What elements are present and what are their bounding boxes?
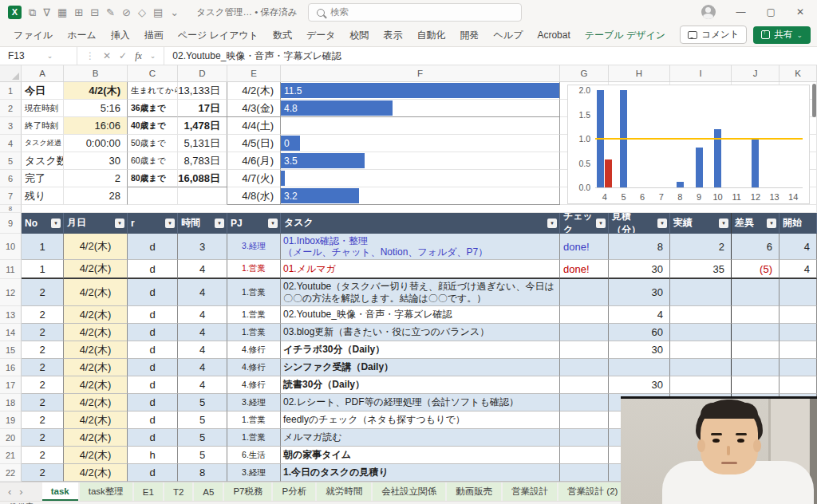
cell[interactable]: 8 — [609, 234, 670, 260]
table-header-3[interactable]: 時間▾ — [178, 213, 227, 234]
ribbon-tab-10[interactable]: 開発 — [453, 29, 487, 42]
table-header-4[interactable]: PJ▾ — [227, 213, 281, 234]
cell[interactable]: 2 — [22, 341, 64, 359]
cell[interactable]: 11.5 — [281, 82, 560, 100]
cell[interactable]: 4/2(木) — [64, 429, 128, 447]
cell[interactable]: 4/6(月) — [227, 152, 281, 170]
table-header-7[interactable]: 見積（分）▾ — [609, 213, 670, 234]
cell[interactable] — [178, 187, 227, 205]
comments-button[interactable]: コメント — [680, 26, 747, 44]
cell[interactable]: 16,088日 — [178, 170, 227, 187]
cell[interactable]: 終了時刻 — [22, 117, 64, 135]
filter-dropdown-icon[interactable]: ▾ — [547, 219, 557, 228]
sheet-tab-営業設計[interactable]: 営業設計 — [503, 482, 557, 501]
cell[interactable]: 4.修行 — [227, 376, 281, 394]
filter-dropdown-icon[interactable]: ▾ — [115, 219, 124, 228]
ribbon-tab-7[interactable]: 校閲 — [343, 29, 377, 42]
cell[interactable]: 4/2(木) — [64, 447, 128, 464]
cell[interactable]: 1.営業 — [227, 411, 281, 429]
cell[interactable]: 13,133日 — [178, 82, 227, 100]
cell[interactable]: d — [128, 279, 178, 306]
cell[interactable]: 4/7(火) — [227, 170, 281, 187]
search-box[interactable]: 検索 — [308, 3, 522, 22]
cell[interactable]: 02.Youtube（タスクバー切り替え、顔近づけ過ぎない、今日は〇〇の方法を解… — [281, 279, 560, 306]
select-all-corner[interactable] — [0, 65, 22, 81]
ribbon-tab-1[interactable]: ホーム — [60, 29, 104, 42]
row-header[interactable]: 16 — [0, 359, 22, 376]
qat-customize-icon[interactable]: ⌄ — [170, 7, 179, 18]
cell[interactable] — [609, 359, 670, 376]
excel-logo-icon[interactable]: X — [8, 6, 22, 19]
row-header[interactable]: 1 — [0, 82, 22, 100]
table-header-8[interactable]: 実績▾ — [670, 213, 732, 234]
cell[interactable]: 4/5(日) — [227, 135, 281, 152]
cell[interactable]: 4/8(水) — [227, 187, 281, 205]
cell[interactable]: 4 — [178, 341, 227, 359]
cell[interactable]: d — [128, 359, 178, 376]
ribbon-tab-13[interactable]: テーブル デザイン — [578, 29, 673, 42]
table-header-2[interactable]: r▾ — [128, 213, 178, 234]
minimize-button[interactable]: — — [736, 7, 746, 17]
cell[interactable]: 4/2(木) — [64, 82, 128, 100]
cell[interactable]: 4/2(木) — [227, 82, 281, 100]
cell[interactable]: 02.Youtube_映像・音声・字幕ズレ確認 — [281, 306, 560, 324]
filter-dropdown-icon[interactable]: ▾ — [767, 219, 776, 228]
sheet-tab-task[interactable]: task — [42, 482, 78, 501]
cell[interactable]: シンファク受講（Daily） — [281, 359, 560, 376]
cell[interactable]: 4.8 — [281, 100, 560, 117]
cell[interactable]: 2 — [22, 359, 64, 376]
cell[interactable]: 2 — [22, 394, 64, 411]
cell[interactable]: 4/4(土) — [227, 117, 281, 135]
cell[interactable] — [560, 341, 609, 359]
ribbon-tab-11[interactable]: ヘルプ — [487, 29, 531, 42]
filter-clear-icon[interactable]: ∇ — [43, 7, 50, 18]
column-header-D[interactable]: D — [178, 65, 227, 81]
name-box[interactable]: F13⌄ — [0, 47, 77, 65]
cell[interactable]: タスク経過 — [22, 135, 64, 152]
cell[interactable]: 4/2(木) — [64, 394, 128, 411]
cell[interactable]: 60 — [609, 324, 670, 341]
formula-input[interactable]: 02.Youtube_映像・音声・字幕ズレ確認 — [164, 49, 341, 63]
cell[interactable]: 03.blog更新（書きたい・役に立つのバランス） — [281, 324, 560, 341]
cell[interactable] — [780, 279, 817, 306]
cell[interactable]: done! — [560, 234, 609, 260]
next-sheet-icon[interactable]: › — [19, 486, 30, 498]
row-header[interactable]: 21 — [0, 447, 22, 464]
table-style-icon[interactable]: ▤ — [153, 7, 163, 18]
filter-dropdown-icon[interactable]: ▾ — [165, 219, 175, 228]
cell[interactable] — [780, 306, 817, 324]
row-header[interactable]: 18 — [0, 394, 22, 411]
cell[interactable]: done! — [560, 260, 609, 279]
row-header[interactable]: 5 — [0, 152, 22, 170]
cell[interactable]: 2 — [22, 306, 64, 324]
row-header[interactable]: 17 — [0, 376, 22, 394]
format-painter-icon[interactable]: ✎ — [106, 7, 115, 18]
filter-dropdown-icon[interactable]: ▾ — [657, 219, 667, 228]
cell[interactable]: 50歳まで — [128, 135, 178, 152]
cell[interactable] — [670, 359, 732, 376]
cell[interactable] — [560, 394, 609, 411]
cell[interactable] — [560, 279, 609, 306]
cell[interactable] — [732, 324, 780, 341]
cell[interactable] — [281, 170, 560, 187]
cell[interactable]: 80歳まで — [128, 170, 178, 187]
prev-sheet-icon[interactable]: ‹ — [0, 486, 19, 498]
cell[interactable] — [780, 324, 817, 341]
table-header-10[interactable]: 開始 — [780, 213, 817, 234]
vertical-scrollbar-thumb[interactable] — [812, 84, 816, 117]
cell[interactable] — [281, 117, 560, 135]
cell[interactable]: 読書30分（Daily） — [281, 376, 560, 394]
row-header[interactable]: 10 — [0, 234, 22, 260]
close-button[interactable]: ✕ — [796, 7, 804, 17]
cell[interactable]: 3.5 — [281, 152, 560, 170]
row-header[interactable]: 22 — [0, 464, 22, 482]
cell[interactable]: 5:16 — [64, 100, 128, 117]
cell[interactable]: d — [128, 341, 178, 359]
cell[interactable]: 4 — [780, 234, 817, 260]
cell[interactable]: feedlyのチェック（ネタも探すつもりで） — [281, 411, 560, 429]
cell[interactable]: 30 — [64, 152, 128, 170]
cell[interactable] — [560, 306, 609, 324]
row-header[interactable]: 12 — [0, 279, 22, 306]
sheet-tab-P7税務[interactable]: P7税務 — [224, 482, 271, 501]
column-header-F[interactable]: F — [281, 65, 560, 81]
